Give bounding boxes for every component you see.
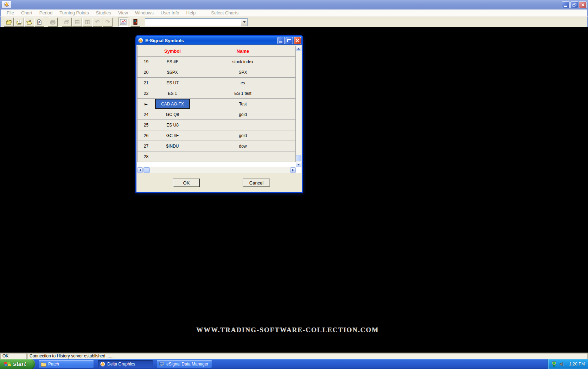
column-header-name[interactable]: Name	[190, 46, 296, 57]
symbol-cell[interactable]: ES 1	[155, 88, 190, 99]
symbol-cell[interactable]: GC Q8	[155, 109, 190, 120]
dialog-titlebar: E-Signal Symbols	[136, 36, 302, 45]
menu-item-studies[interactable]: Studies	[92, 10, 115, 15]
dialog-minimize-button[interactable]	[277, 37, 285, 44]
cascade-windows-icon	[64, 19, 70, 25]
app-logo-icon	[4, 1, 9, 8]
scroll-down-button[interactable]	[296, 162, 301, 167]
restore-button[interactable]	[570, 1, 578, 8]
name-cell[interactable]: dow	[190, 141, 296, 151]
symbol-cell[interactable]: GC #F	[155, 130, 190, 141]
chart-icon	[120, 19, 127, 25]
table-row: 26GC #Fgold	[138, 130, 296, 141]
volume-icon[interactable]	[559, 362, 564, 367]
menu-item-chart[interactable]: Chart	[18, 10, 36, 15]
row-indicator-header[interactable]	[138, 46, 155, 57]
menu-item-view[interactable]: View	[115, 10, 132, 15]
delta-logo-icon	[100, 361, 106, 367]
minimize-button[interactable]	[562, 1, 570, 8]
redo-button: ↷	[103, 18, 113, 27]
close-icon	[295, 39, 299, 43]
close-button[interactable]	[579, 1, 587, 8]
exit-door-button[interactable]	[130, 18, 140, 27]
taskbar-button-patch[interactable]: Patch	[39, 360, 94, 368]
row-number-cell[interactable]: 19	[138, 57, 155, 67]
row-number-cell[interactable]: 24	[138, 109, 155, 120]
close-icon	[581, 3, 584, 6]
name-cell[interactable]	[190, 151, 296, 162]
vertical-scroll-thumb[interactable]	[296, 155, 301, 161]
status-message: Connection to History server established…	[27, 353, 588, 359]
name-cell[interactable]: ES 1 test	[190, 88, 296, 99]
symbol-cell[interactable]: $INDU	[155, 141, 190, 151]
row-number-cell[interactable]: 25	[138, 120, 155, 130]
symbol-cell[interactable]: ES #F	[155, 57, 190, 67]
cancel-button[interactable]: Cancel	[243, 179, 270, 187]
name-cell[interactable]: gold	[190, 109, 296, 120]
scroll-right-button[interactable]	[290, 167, 296, 173]
task-label: Patch	[48, 362, 59, 367]
horizontal-scroll-thumb[interactable]	[143, 167, 150, 173]
menu-item-turning-points[interactable]: Turning Points	[56, 10, 92, 15]
menu-item-windows[interactable]: Windows	[132, 10, 157, 15]
column-header-symbol[interactable]: Symbol	[155, 46, 190, 57]
svg-text:P: P	[38, 21, 40, 24]
chevron-down-icon	[243, 21, 246, 23]
menu-item-select-charts[interactable]: Select Charts	[207, 10, 242, 15]
dialog-title: E-Signal Symbols	[145, 38, 184, 43]
menu-item-period[interactable]: Period	[36, 10, 56, 15]
horizontal-scrollbar[interactable]	[137, 167, 296, 173]
menu-item-file[interactable]: File	[3, 10, 18, 15]
redo-icon: ↷	[105, 19, 110, 25]
combobox-dropdown-button[interactable]	[241, 19, 247, 26]
taskbar-button-delta-graphics[interactable]: Delta Graphics	[98, 360, 153, 368]
app-titlebar	[0, 0, 588, 9]
name-cell[interactable]: SPX	[190, 67, 296, 78]
name-cell[interactable]: gold	[190, 130, 296, 141]
chart-workspace: E-Signal Symbols SymbolName19ES #Fstock …	[0, 27, 588, 352]
row-number-cell[interactable]: 22	[138, 88, 155, 99]
symbol-cell[interactable]: ES U8	[155, 120, 190, 130]
symbol-cell[interactable]	[155, 151, 190, 162]
tile-horizontal-icon	[75, 19, 80, 25]
task-label: Delta Graphics	[107, 362, 135, 367]
start-button[interactable]: start	[0, 359, 35, 369]
scroll-up-button[interactable]	[296, 46, 301, 51]
symbol-cell[interactable]: $SPX	[155, 67, 190, 78]
vertical-scrollbar[interactable]	[296, 46, 301, 167]
row-number-cell[interactable]: ►	[138, 99, 155, 109]
copy-pages-button[interactable]	[4, 18, 14, 27]
chart-button[interactable]	[118, 18, 128, 27]
document-p-button[interactable]: P	[34, 18, 44, 27]
row-number-cell[interactable]: 20	[138, 67, 155, 78]
symbol-combobox[interactable]	[145, 18, 248, 26]
dialog-maximize-button[interactable]	[286, 37, 293, 44]
row-number-cell[interactable]: 27	[138, 141, 155, 151]
table-row: 25ES U8	[138, 120, 296, 130]
row-number-cell[interactable]: 28	[138, 151, 155, 162]
menu-item-user-info[interactable]: User Info	[157, 10, 183, 15]
table-row: 21ES U7es	[138, 78, 296, 88]
symbol-cell[interactable]: ES U7	[155, 78, 190, 88]
symbol-cell-selected[interactable]: CAD AO-FX	[155, 99, 190, 109]
name-cell[interactable]: Test	[190, 99, 296, 109]
print-preview-button[interactable]	[14, 18, 24, 27]
scroll-left-button[interactable]	[137, 167, 143, 173]
menu-item-help[interactable]: Help	[183, 10, 199, 15]
symbol-combobox-input[interactable]	[145, 19, 241, 26]
open-folder-button[interactable]	[24, 18, 34, 27]
name-cell[interactable]: es	[190, 78, 296, 88]
name-cell[interactable]	[190, 120, 296, 130]
taskbar: start PatchDelta GraphicseSignal Data Ma…	[0, 359, 588, 369]
row-number-cell[interactable]: 21	[138, 78, 155, 88]
network-icon[interactable]	[551, 361, 557, 367]
copy-pages-icon	[6, 19, 12, 25]
dialog-close-button[interactable]	[294, 37, 301, 44]
ok-button[interactable]: OK	[173, 179, 200, 187]
tile-horizontal-button	[72, 18, 82, 27]
row-number-cell[interactable]: 26	[138, 130, 155, 141]
taskbar-tasks: PatchDelta GraphicseSignal Data Manager	[35, 360, 212, 368]
app-menu-button[interactable]	[2, 1, 11, 8]
taskbar-button-esignal-data-manager[interactable]: eSignal Data Manager	[157, 360, 212, 368]
name-cell[interactable]: stock index	[190, 57, 296, 67]
